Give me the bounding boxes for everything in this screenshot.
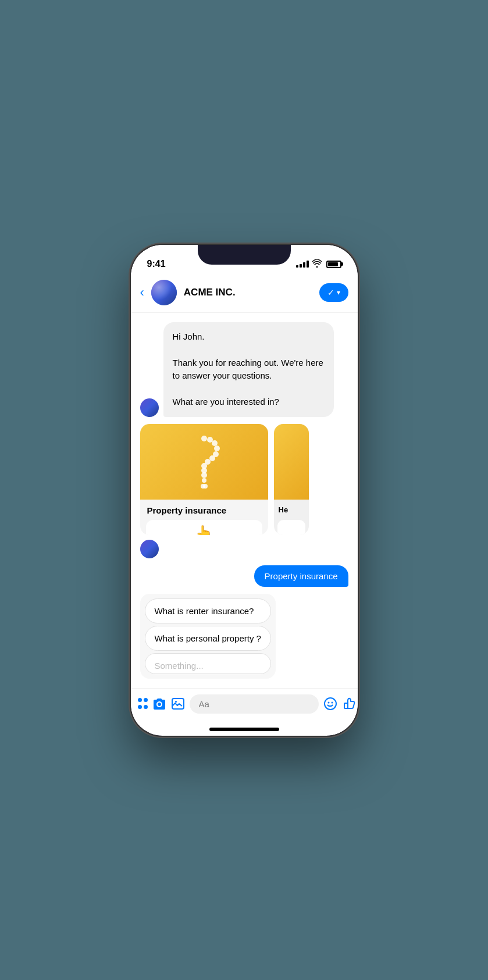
avatar	[151, 280, 177, 305]
question-mark-svg	[181, 433, 227, 491]
cards-row: Property insurance 👆 He	[140, 424, 348, 537]
phone-screen: 9:41	[131, 245, 358, 736]
status-icons	[296, 259, 341, 269]
card-property-title: Property insurance	[140, 500, 268, 520]
quick-reply-partial: Something...	[145, 653, 271, 674]
svg-point-9	[201, 472, 207, 478]
chat-area: Hi John. Thank you for reaching out. We'…	[131, 313, 358, 688]
image-icon[interactable]	[171, 697, 185, 711]
bottom-bar	[131, 688, 358, 725]
quick-reply-renter[interactable]: What is renter insurance?	[145, 598, 271, 623]
svg-point-17	[331, 702, 333, 704]
user-message-row: Property insurance	[140, 565, 348, 587]
signal-icon	[296, 261, 309, 268]
svg-point-10	[202, 478, 206, 483]
quick-replies-container: What is renter insurance? What is person…	[140, 594, 276, 679]
svg-point-0	[201, 436, 207, 441]
message-input[interactable]	[190, 694, 319, 714]
bot-avatar-row	[140, 540, 348, 558]
checkmark-icon: ✓	[327, 288, 334, 297]
card-emoji: 👆	[195, 525, 213, 535]
bot-avatar	[140, 398, 159, 417]
svg-point-3	[214, 446, 220, 451]
dots-icon[interactable]	[138, 698, 148, 710]
thumbs-up-icon[interactable]	[342, 696, 357, 711]
svg-point-12	[203, 484, 208, 489]
svg-point-15	[325, 698, 336, 710]
svg-point-14	[175, 701, 177, 703]
chat-header: ‹ ACME INC. ✓ ▾	[131, 274, 358, 313]
checkmark-button[interactable]: ✓ ▾	[319, 283, 348, 302]
svg-point-1	[207, 437, 213, 443]
phone-frame: 9:41	[131, 245, 358, 736]
bot-message-text: Hi John. Thank you for reaching out. We'…	[173, 332, 323, 407]
camera-icon[interactable]	[152, 697, 166, 711]
bot-bubble: Hi John. Thank you for reaching out. We'…	[163, 322, 334, 417]
wifi-icon	[312, 259, 322, 269]
bot-avatar-2	[140, 540, 159, 558]
status-time: 9:41	[147, 259, 166, 269]
quick-replies-row: What is renter insurance? What is person…	[140, 594, 348, 679]
card-image-question	[140, 424, 268, 500]
svg-point-16	[327, 702, 329, 704]
card-partial-image	[274, 424, 309, 500]
svg-point-2	[212, 440, 218, 446]
dropdown-icon: ▾	[337, 288, 340, 297]
notch	[198, 245, 291, 265]
back-button[interactable]: ‹	[140, 285, 144, 300]
card-partial-title: He	[274, 500, 309, 520]
emoji-icon[interactable]	[323, 697, 337, 711]
user-bubble: Property insurance	[254, 565, 348, 587]
header-title: ACME INC.	[184, 287, 319, 298]
home-indicator	[209, 728, 279, 731]
card-partial-icon	[277, 520, 305, 535]
battery-icon	[326, 261, 341, 268]
quick-reply-personal-property[interactable]: What is personal property ?	[145, 626, 271, 651]
svg-point-5	[209, 455, 215, 461]
card-icon-area: 👆	[146, 520, 262, 535]
card-property-insurance[interactable]: Property insurance 👆	[140, 424, 268, 535]
card-partial[interactable]: He	[274, 424, 309, 535]
bot-message-row: Hi John. Thank you for reaching out. We'…	[140, 322, 348, 417]
